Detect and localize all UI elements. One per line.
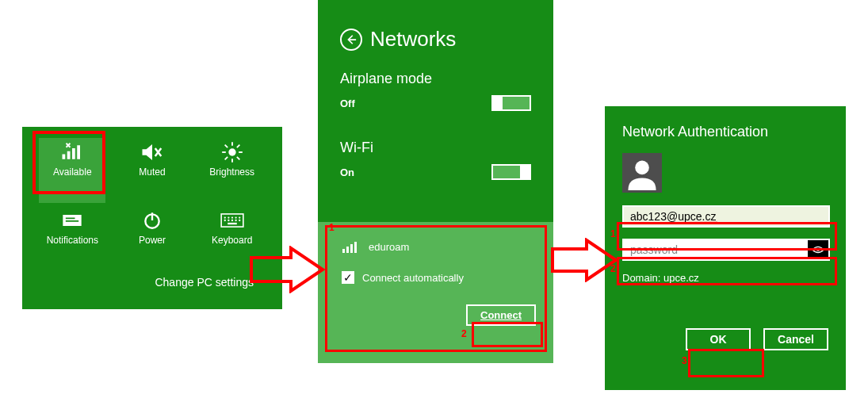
muted-icon [139, 141, 166, 163]
svg-point-35 [816, 248, 820, 251]
svg-line-9 [224, 145, 228, 148]
charms-item-keyboard[interactable]: Keyboard [199, 206, 266, 271]
airplane-mode-heading: Airplane mode [340, 71, 531, 87]
svg-line-10 [236, 157, 239, 160]
annotation-label-username: 1 [610, 228, 616, 239]
svg-point-28 [239, 220, 240, 221]
networks-header: Networks [340, 27, 531, 52]
charms-panel: Available Muted [22, 127, 282, 309]
eye-icon [812, 245, 824, 254]
change-pc-settings-link[interactable]: Change PC settings [36, 276, 268, 289]
charms-label: Available [53, 166, 91, 178]
svg-point-23 [239, 216, 240, 218]
password-input[interactable]: password [622, 239, 830, 261]
avatar [622, 153, 662, 193]
brightness-icon [219, 141, 246, 163]
svg-rect-0 [63, 155, 66, 159]
power-icon [139, 209, 166, 231]
domain-label: Domain: upce.cz [622, 272, 828, 284]
svg-rect-2 [72, 148, 75, 159]
svg-point-19 [224, 216, 225, 218]
auth-panel: Network Authentication abc123@upce.cz pa… [605, 106, 846, 390]
charms-item-brightness[interactable]: Brightness [199, 138, 266, 203]
username-input[interactable]: abc123@upce.cz [622, 205, 830, 228]
svg-point-24 [224, 220, 225, 221]
charms-item-network[interactable]: Available [39, 138, 105, 203]
ssid-label: eduroam [369, 241, 409, 253]
charms-item-volume[interactable]: Muted [119, 138, 185, 203]
annotation-label-1: 1 [329, 222, 335, 233]
wifi-heading: Wi-Fi [340, 140, 531, 156]
svg-point-4 [228, 148, 235, 155]
svg-rect-32 [350, 244, 353, 253]
svg-point-25 [228, 220, 229, 221]
back-button[interactable] [340, 29, 362, 51]
reveal-password-button[interactable] [808, 240, 828, 259]
cancel-button[interactable]: Cancel [763, 328, 828, 350]
svg-line-11 [224, 157, 228, 160]
connect-automatically-checkbox[interactable]: ✓ [342, 271, 354, 284]
airplane-state-label: Off [340, 98, 355, 109]
connect-button[interactable]: Connect [466, 304, 536, 326]
password-placeholder: password [630, 243, 678, 256]
annotation-label-password: 2 [610, 263, 616, 274]
svg-point-34 [635, 161, 649, 175]
wifi-state-label: On [340, 166, 354, 178]
charms-item-power[interactable]: Power [119, 206, 185, 271]
annotation-label-ok: 3 [682, 355, 687, 366]
svg-point-27 [235, 220, 236, 221]
svg-point-20 [228, 216, 229, 218]
back-arrow-icon [346, 34, 357, 45]
network-available-icon [59, 141, 86, 163]
notifications-icon [59, 209, 86, 231]
connect-automatically-label: Connect automatically [362, 272, 464, 284]
auth-title: Network Authentication [622, 124, 828, 140]
wifi-toggle[interactable] [491, 164, 531, 180]
svg-rect-31 [346, 247, 349, 253]
charms-label: Keyboard [212, 235, 252, 246]
charms-label: Muted [139, 166, 165, 178]
charms-item-notifications[interactable]: Notifications [39, 206, 105, 271]
svg-rect-3 [78, 145, 81, 159]
ok-button[interactable]: OK [686, 328, 751, 350]
username-value: abc123@upce.cz [630, 210, 716, 223]
spellcheck-underline [630, 222, 717, 224]
svg-rect-30 [342, 249, 345, 253]
svg-rect-15 [66, 220, 78, 222]
svg-rect-14 [66, 218, 75, 220]
charms-label: Brightness [209, 166, 254, 178]
charms-grid: Available Muted [36, 138, 268, 271]
networks-title: Networks [370, 27, 456, 52]
keyboard-icon [219, 209, 246, 231]
svg-rect-33 [354, 242, 357, 253]
wifi-signal-icon [342, 239, 358, 254]
svg-point-26 [231, 220, 233, 221]
network-item-eduroam[interactable]: eduroam ✓ Connect automatically Connect [318, 222, 553, 363]
user-icon [625, 155, 660, 190]
svg-rect-29 [228, 223, 237, 224]
airplane-mode-toggle[interactable] [491, 95, 531, 111]
svg-point-21 [231, 216, 233, 218]
charms-label: Power [139, 235, 166, 246]
charms-label: Notifications [47, 235, 98, 246]
ssid-row: eduroam [342, 239, 536, 254]
svg-line-12 [236, 145, 239, 148]
svg-rect-1 [67, 151, 71, 159]
svg-point-22 [235, 216, 236, 218]
annotation-label-2: 2 [461, 328, 467, 339]
